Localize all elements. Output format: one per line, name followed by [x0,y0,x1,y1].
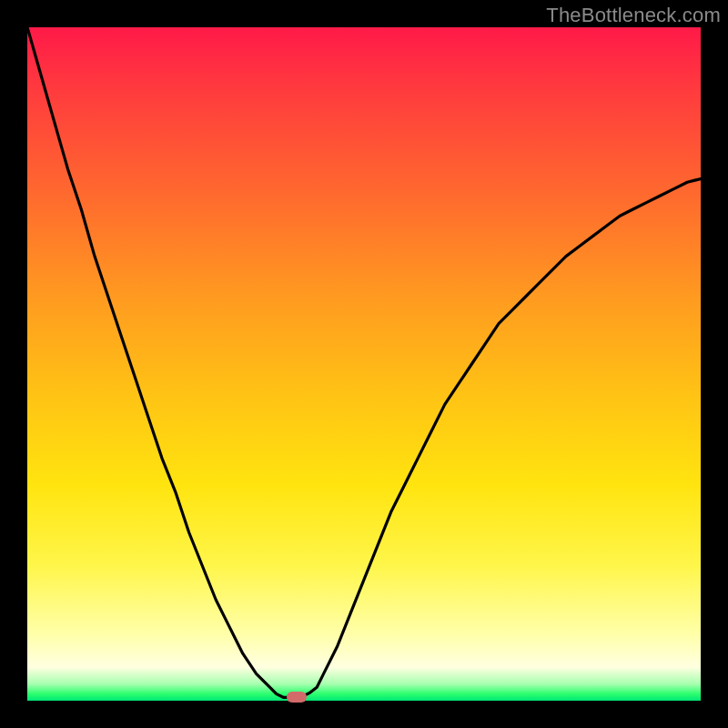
chart-frame: TheBottleneck.com [0,0,728,728]
watermark-text: TheBottleneck.com [546,4,721,27]
bottleneck-curve [27,27,701,701]
optimum-marker [287,692,307,703]
curve-path [27,27,701,697]
plot-area [27,27,701,701]
